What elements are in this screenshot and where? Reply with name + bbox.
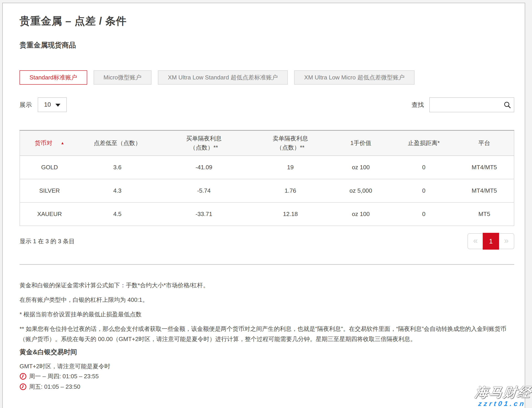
limit-stop-footnote: * 根据当前市价设置挂单的最低止损盈最低点数 <box>19 309 514 320</box>
trading-hours-heading: 黄金&白银交易时间 <box>19 348 514 357</box>
tab-ultra-low-micro-account[interactable]: XM Ultra Low Micro 超低点差微型账户 <box>294 70 415 85</box>
pagination-page-1-button[interactable]: 1 <box>483 233 499 250</box>
column-header-platform[interactable]: 平台 <box>455 130 514 156</box>
table-controls: 展示 10 查找 <box>19 97 514 112</box>
spread-cell: 3.6 <box>79 156 156 179</box>
content-card: 贵重金属 – 点差 / 条件 贵重金属现货商品 Standard标准账户 Mic… <box>2 3 525 408</box>
tab-ultra-low-standard-account[interactable]: XM Ultra Low Standard 超低点差标准账户 <box>158 70 288 85</box>
pagination-next-button[interactable]: » <box>498 233 514 249</box>
search-input[interactable] <box>430 98 514 112</box>
limit-stop-cell: 0 <box>393 156 455 179</box>
symbol-cell: XAUEUR <box>20 202 79 226</box>
search-label: 查找 <box>412 101 424 109</box>
table-footer: 显示 1 在 3 的 3 条目 « 1 » <box>19 233 514 250</box>
swap-long-cell: -5.74 <box>156 179 252 202</box>
section-divider <box>19 264 514 265</box>
swap-short-cell: 12.18 <box>252 202 329 226</box>
swap-short-cell: 19 <box>252 156 329 179</box>
column-header-symbol[interactable]: 货币对▲ <box>20 130 79 156</box>
limit-stop-cell: 0 <box>393 179 455 202</box>
page-subtitle: 贵重金属现货商品 <box>19 40 514 50</box>
pagination: « 1 » <box>468 233 514 250</box>
trading-hours-fri: 周五: 01:05 – 23:50 <box>19 382 514 392</box>
swap-short-cell: 1.76 <box>252 179 329 202</box>
symbol-cell: GOLD <box>20 156 79 179</box>
page-size-select[interactable]: 10 <box>38 97 67 112</box>
clock-icon <box>19 373 27 380</box>
tab-micro-account[interactable]: Micro微型账户 <box>94 70 152 85</box>
page-size-control: 展示 10 <box>19 97 67 112</box>
swap-footnote: ** 如果您有仓位持仓过夜的话，那么您会支付或者获取一些金额，该金额便是两个货币… <box>19 324 514 344</box>
column-header-lot-value[interactable]: 1手价值 <box>329 130 393 156</box>
table-row-silver: SILVER 4.3 -5.74 1.76 oz 5,000 0 MT4/MT5 <box>20 179 514 202</box>
platform-cell: MT5 <box>455 202 514 226</box>
symbol-cell: SILVER <box>20 179 79 202</box>
spreads-table: 货币对▲ 点差低至（点数） 买单隔夜利息 （点数）** 卖单隔夜利息 （点数）*… <box>19 130 514 226</box>
page-title: 贵重金属 – 点差 / 条件 <box>19 15 514 28</box>
spread-cell: 4.5 <box>79 202 156 226</box>
entries-summary: 显示 1 在 3 的 3 条目 <box>19 237 75 245</box>
search-control: 查找 <box>412 97 514 112</box>
timezone-note: GMT+2时区，请注意可能是夏令时 <box>19 361 514 371</box>
chevron-down-icon <box>55 104 61 107</box>
sort-ascending-icon: ▲ <box>61 141 64 145</box>
clock-icon <box>19 383 27 390</box>
swap-long-cell: -41.09 <box>156 156 252 179</box>
platform-cell: MT4/MT5 <box>455 179 514 202</box>
platform-cell: MT4/MT5 <box>455 156 514 179</box>
search-icon <box>503 101 511 109</box>
column-header-spread[interactable]: 点差低至（点数） <box>79 130 156 156</box>
tab-standard-account[interactable]: Standard标准账户 <box>19 70 87 85</box>
pagination-prev-button[interactable]: « <box>468 233 483 249</box>
table-row-xaueur: XAUEUR 4.5 -33.71 12.18 oz 100 0 MT5 <box>20 202 514 226</box>
limit-stop-cell: 0 <box>393 202 455 226</box>
leverage-note: 在所有账户类型中，白银的杠杆上限均为 400:1。 <box>19 295 514 305</box>
spread-cell: 4.3 <box>79 179 156 202</box>
page-size-value: 10 <box>44 101 51 108</box>
search-box <box>429 97 514 112</box>
table-header-row: 货币对▲ 点差低至（点数） 买单隔夜利息 （点数）** 卖单隔夜利息 （点数）*… <box>20 130 514 156</box>
column-header-limit-stop[interactable]: 止盈损距离* <box>393 130 455 156</box>
table-row-gold: GOLD 3.6 -41.09 19 oz 100 0 MT4/MT5 <box>20 156 514 179</box>
swap-long-cell: -33.71 <box>156 202 252 226</box>
margin-formula-note: 黄金和白银的保证金需求计算公式如下：手数*合约大小*市场价格/杠杆。 <box>19 280 514 290</box>
column-header-swap-long[interactable]: 买单隔夜利息 （点数）** <box>156 130 252 156</box>
page-size-label: 展示 <box>19 101 32 109</box>
trading-hours-mon-thu: 周一 – 周四: 01:05 – 23:55 <box>19 371 514 382</box>
lot-value-cell: oz 100 <box>329 156 393 179</box>
column-header-swap-short[interactable]: 卖单隔夜利息 （点数）** <box>252 130 329 156</box>
lot-value-cell: oz 100 <box>329 202 393 226</box>
account-type-tabs: Standard标准账户 Micro微型账户 XM Ultra Low Stan… <box>19 70 514 85</box>
lot-value-cell: oz 5,000 <box>329 179 393 202</box>
